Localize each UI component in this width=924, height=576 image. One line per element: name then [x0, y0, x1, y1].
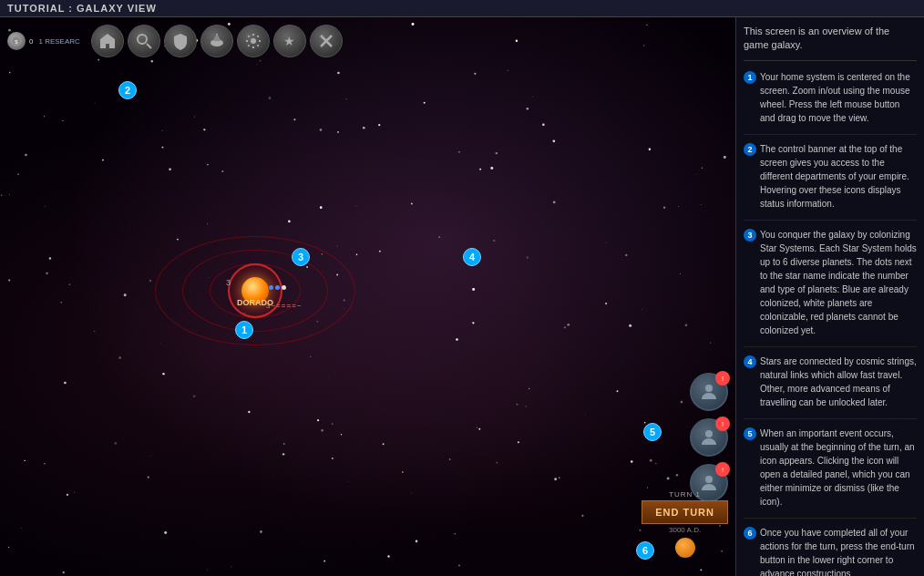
svg-point-16	[705, 476, 713, 483]
svg-line-8	[147, 44, 151, 48]
control-banner: $ 0 1 RESEARC	[0, 25, 735, 57]
dot-blue-2	[275, 285, 280, 290]
svg-text:★: ★	[283, 34, 295, 48]
svg-point-10	[251, 38, 256, 44]
resource-icon: $	[7, 32, 26, 50]
planet-icon-bottom	[675, 538, 695, 558]
tutorial-intro: This screen is an overview of the game g…	[744, 25, 917, 61]
tutorial-badge-4: 4	[463, 248, 481, 266]
ship-banner-icon[interactable]	[200, 25, 233, 57]
research-label: 1 RESEARC	[38, 37, 79, 46]
title-text: TUTORIAL : GALAXY VIEW	[7, 3, 157, 14]
tutorial-text-3: You conquer the galaxy by colonizing Sta…	[760, 228, 917, 337]
title-bar: TUTORIAL : GALAXY VIEW	[0, 0, 924, 17]
tutorial-num-4: 4	[744, 355, 756, 368]
end-turn-button[interactable]: END TURN	[642, 500, 728, 524]
dot-blue-1	[269, 285, 273, 290]
end-turn-area: TURN 1 END TURN 3000 A.D.	[642, 490, 728, 558]
search-banner-icon[interactable]	[128, 25, 160, 57]
tutorial-num-1: 1	[744, 71, 756, 84]
tutorial-item-3: 3 You conquer the galaxy by colonizing S…	[744, 228, 917, 347]
tutorial-badge-2: 2	[118, 81, 137, 99]
star-name: DORADO	[237, 298, 273, 307]
resource-count: 0	[29, 37, 33, 46]
tutorial-text-1: Your home system is centered on the scre…	[760, 70, 917, 125]
tutorial-num-5: 5	[744, 427, 756, 440]
close-banner-icon[interactable]	[310, 25, 343, 57]
tutorial-num-6: 6	[744, 527, 756, 540]
tutorial-badge-5: 5	[643, 423, 662, 441]
empire-banner-icon[interactable]: ★	[273, 25, 306, 57]
tutorial-panel: This screen is an overview of the game g…	[735, 17, 924, 576]
shield-banner-icon[interactable]	[164, 25, 197, 57]
tutorial-num-2: 2	[744, 143, 756, 156]
tutorial-text-6: Once you have completed all of your acti…	[760, 526, 917, 576]
settings-banner-icon[interactable]	[237, 25, 270, 57]
avatar-badge-1: !	[715, 371, 730, 386]
galaxy-background	[0, 17, 735, 576]
svg-point-7	[138, 35, 147, 44]
tutorial-badge-3: 3	[292, 248, 310, 266]
turn-label: TURN 1	[669, 490, 701, 499]
tutorial-num-3: 3	[744, 229, 756, 242]
avatar-icon-1[interactable]: !	[690, 373, 728, 411]
avatar-icon-2[interactable]: !	[690, 418, 728, 457]
avatar-badge-2: !	[715, 417, 730, 431]
star-number: 3	[226, 278, 231, 287]
planet-dots	[269, 285, 286, 290]
tutorial-item-4: 4 Stars are connected by cosmic strings,…	[744, 355, 917, 419]
tutorial-item-6: 6 Once you have completed all of your ac…	[744, 526, 917, 576]
tutorial-badge-6: 6	[636, 541, 654, 560]
svg-point-14	[705, 385, 713, 392]
tutorial-text-4: Stars are connected by cosmic strings, n…	[760, 355, 917, 409]
svg-point-15	[705, 430, 713, 437]
tutorial-intro-text: This screen is an overview of the game g…	[744, 26, 889, 50]
tutorial-text-5: When an important event occurs, usually …	[760, 427, 917, 509]
dot-white-1	[282, 285, 286, 290]
tutorial-item-5: 5 When an important event occurs, usuall…	[744, 427, 917, 519]
tutorial-badge-1: 1	[235, 321, 253, 339]
tutorial-items-container: 1 Your home system is centered on the sc…	[744, 70, 917, 576]
galaxy-view[interactable]: $ 0 1 RESEARC	[0, 17, 735, 576]
tutorial-item-1: 1 Your home system is centered on the sc…	[744, 70, 917, 135]
tutorial-item-2: 2 The control banner at the top of the s…	[744, 142, 917, 221]
year-label: 3000 A.D.	[669, 526, 701, 534]
home-banner-icon[interactable]	[91, 25, 124, 57]
tutorial-text-2: The control banner at the top of the scr…	[760, 142, 917, 211]
avatar-badge-3: !	[715, 462, 730, 477]
resources-area: $ 0 1 RESEARC	[7, 32, 80, 50]
